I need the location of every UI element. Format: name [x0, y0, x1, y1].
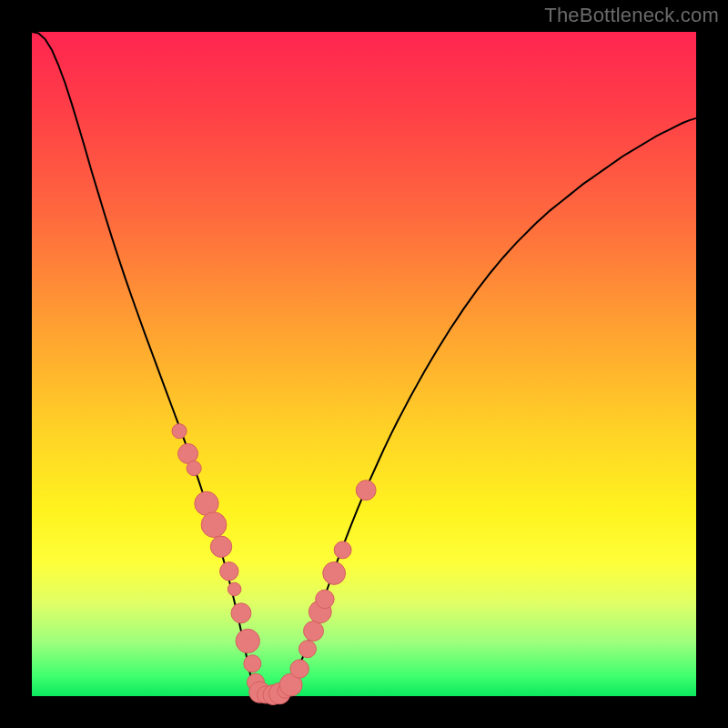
watermark-text: TheBottleneck.com — [544, 4, 719, 27]
data-point — [172, 424, 187, 439]
plot-svg — [32, 32, 696, 696]
data-point — [201, 512, 227, 538]
data-point — [356, 480, 376, 500]
data-point — [220, 562, 238, 581]
plot-area — [32, 32, 696, 696]
data-point — [304, 622, 324, 642]
chart-stage: TheBottleneck.com — [0, 0, 728, 728]
data-point — [236, 629, 259, 652]
bottleneck-curve — [32, 32, 696, 695]
data-point — [210, 536, 231, 557]
data-point — [231, 603, 251, 623]
data-point — [323, 562, 346, 585]
data-point — [334, 541, 351, 559]
data-point — [290, 660, 308, 678]
data-point — [244, 655, 261, 672]
data-point — [298, 641, 316, 658]
data-point — [228, 582, 241, 596]
data-point — [187, 461, 201, 476]
data-point — [316, 590, 334, 608]
